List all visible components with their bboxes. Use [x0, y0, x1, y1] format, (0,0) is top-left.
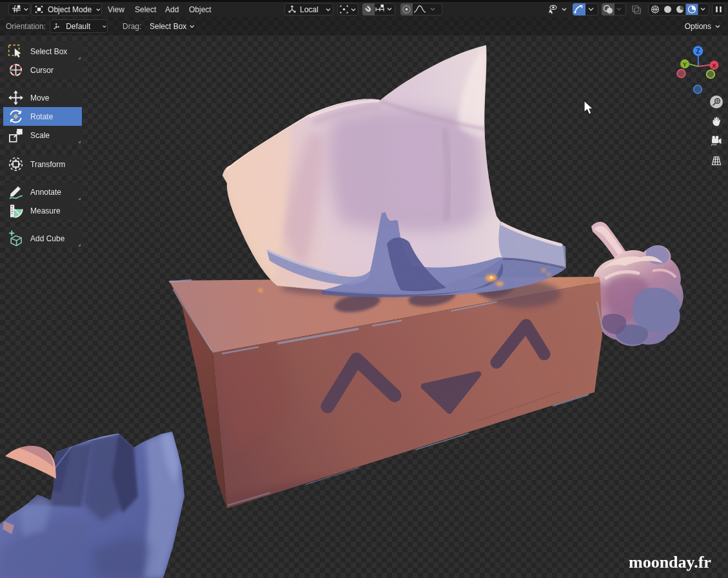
svg-text:X: X	[712, 62, 716, 69]
svg-text:Z: Z	[696, 48, 700, 55]
svg-text:Y: Y	[683, 61, 687, 68]
